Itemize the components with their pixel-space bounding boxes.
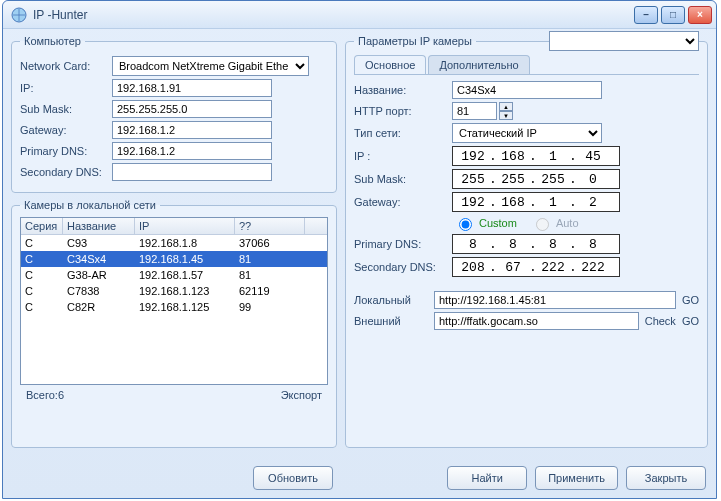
table-row[interactable]: CC93192.168.1.837066 <box>21 235 327 251</box>
external-url-input[interactable] <box>434 312 639 330</box>
cam-ip-label: IP : <box>354 150 452 162</box>
find-button[interactable]: Найти <box>447 466 527 490</box>
export-link[interactable]: Экспорт <box>281 389 322 401</box>
app-icon <box>11 7 27 23</box>
local-go-link[interactable]: GO <box>682 294 699 306</box>
table-row[interactable]: CC34Sx4192.168.1.4581 <box>21 251 327 267</box>
network-type-select[interactable]: Статический IP <box>452 123 602 143</box>
lan-cameras-group: Камеры в локальной сети Серия Название I… <box>11 199 337 448</box>
table-row[interactable]: CC7838192.168.1.12362119 <box>21 283 327 299</box>
name-label: Название: <box>354 84 452 96</box>
col-ip[interactable]: IP <box>135 218 235 234</box>
camera-gateway-input[interactable]: 192.168.1.2 <box>452 192 620 212</box>
cam-mask-label: Sub Mask: <box>354 173 452 185</box>
tab-main[interactable]: Основное <box>354 55 426 74</box>
computer-group: Компьютер Network Card: Broadcom NetXtre… <box>11 35 337 193</box>
network-card-select[interactable]: Broadcom NetXtreme Gigabit Ethe <box>112 56 309 76</box>
mask-label: Sub Mask: <box>20 103 112 115</box>
cam-sdns-label: Secondary DNS: <box>354 261 452 273</box>
local-url-label: Локальный <box>354 294 428 306</box>
computer-sdns-input[interactable] <box>112 163 272 181</box>
table-row[interactable]: CC82R192.168.1.12599 <box>21 299 327 315</box>
lan-legend: Камеры в локальной сети <box>20 199 160 211</box>
col-port[interactable]: ?? <box>235 218 305 234</box>
external-url-label: Внешний <box>354 315 428 327</box>
computer-pdns-input[interactable] <box>112 142 272 160</box>
window-title: IP -Hunter <box>33 8 634 22</box>
sdns-label: Secondary DNS: <box>20 166 112 178</box>
camera-ip-input[interactable]: 192.168.1.45 <box>452 146 620 166</box>
computer-legend: Компьютер <box>20 35 85 47</box>
http-port-input[interactable] <box>452 102 497 120</box>
pdns-label: Primary DNS: <box>20 145 112 157</box>
computer-mask-input[interactable] <box>112 100 272 118</box>
auto-radio[interactable]: Auto <box>531 215 579 231</box>
camera-mask-input[interactable]: 255.255.255.0 <box>452 169 620 189</box>
camera-pdns-input[interactable]: 8.8.8.8 <box>452 234 620 254</box>
computer-gateway-input[interactable] <box>112 121 272 139</box>
camera-select[interactable] <box>549 31 699 51</box>
col-series[interactable]: Серия <box>21 218 63 234</box>
camera-table: Серия Название IP ?? CC93192.168.1.83706… <box>20 217 328 385</box>
minimize-button[interactable]: – <box>634 6 658 24</box>
spin-up-icon[interactable]: ▲ <box>499 102 513 111</box>
tab-advanced[interactable]: Дополнительно <box>428 55 529 74</box>
maximize-button[interactable]: □ <box>661 6 685 24</box>
ip-label: IP: <box>20 82 112 94</box>
external-go-link[interactable]: GO <box>682 315 699 327</box>
col-name[interactable]: Название <box>63 218 135 234</box>
local-url-input[interactable] <box>434 291 676 309</box>
cam-gw-label: Gateway: <box>354 196 452 208</box>
apply-button[interactable]: Применить <box>535 466 618 490</box>
camera-params-group: Параметры IP камеры Основное Дополнитель… <box>345 35 708 448</box>
total-count: Всего:6 <box>26 389 64 401</box>
netcard-label: Network Card: <box>20 60 112 72</box>
check-link[interactable]: Check <box>645 315 676 327</box>
cam-pdns-label: Primary DNS: <box>354 238 452 250</box>
computer-ip-input[interactable] <box>112 79 272 97</box>
params-legend: Параметры IP камеры <box>354 35 476 47</box>
port-label: HTTP порт: <box>354 105 452 117</box>
port-spinner[interactable]: ▲▼ <box>499 102 513 120</box>
spin-down-icon[interactable]: ▼ <box>499 111 513 120</box>
camera-sdns-input[interactable]: 208.67.222.222 <box>452 257 620 277</box>
camera-name-input[interactable] <box>452 81 602 99</box>
refresh-button[interactable]: Обновить <box>253 466 333 490</box>
close-button[interactable]: × <box>688 6 712 24</box>
gw-label: Gateway: <box>20 124 112 136</box>
nettype-label: Тип сети: <box>354 127 452 139</box>
table-row[interactable]: CG38-AR192.168.1.5781 <box>21 267 327 283</box>
titlebar: IP -Hunter – □ × <box>3 1 716 29</box>
custom-radio[interactable]: Custom <box>454 215 517 231</box>
close-window-button[interactable]: Закрыть <box>626 466 706 490</box>
